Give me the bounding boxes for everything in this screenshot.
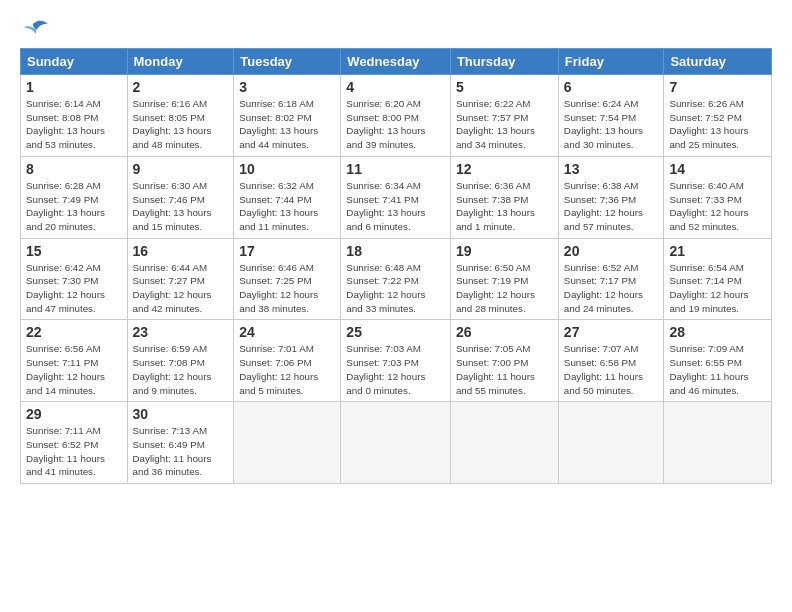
- day-number: 13: [564, 161, 659, 177]
- day-info: Sunrise: 6:42 AMSunset: 7:30 PMDaylight:…: [26, 261, 122, 316]
- day-number: 16: [133, 243, 229, 259]
- day-number: 4: [346, 79, 445, 95]
- day-info: Sunrise: 6:26 AMSunset: 7:52 PMDaylight:…: [669, 97, 766, 152]
- calendar-week-row: 29Sunrise: 7:11 AMSunset: 6:52 PMDayligh…: [21, 402, 772, 484]
- day-info: Sunrise: 6:24 AMSunset: 7:54 PMDaylight:…: [564, 97, 659, 152]
- calendar-cell: [341, 402, 451, 484]
- calendar-cell: 27Sunrise: 7:07 AMSunset: 6:58 PMDayligh…: [558, 320, 664, 402]
- weekday-header-saturday: Saturday: [664, 49, 772, 75]
- day-info: Sunrise: 7:11 AMSunset: 6:52 PMDaylight:…: [26, 424, 122, 479]
- day-info: Sunrise: 6:48 AMSunset: 7:22 PMDaylight:…: [346, 261, 445, 316]
- day-info: Sunrise: 6:50 AMSunset: 7:19 PMDaylight:…: [456, 261, 553, 316]
- day-number: 19: [456, 243, 553, 259]
- day-info: Sunrise: 6:30 AMSunset: 7:46 PMDaylight:…: [133, 179, 229, 234]
- calendar-cell: 8Sunrise: 6:28 AMSunset: 7:49 PMDaylight…: [21, 156, 128, 238]
- calendar-week-row: 15Sunrise: 6:42 AMSunset: 7:30 PMDayligh…: [21, 238, 772, 320]
- day-info: Sunrise: 6:28 AMSunset: 7:49 PMDaylight:…: [26, 179, 122, 234]
- day-info: Sunrise: 6:16 AMSunset: 8:05 PMDaylight:…: [133, 97, 229, 152]
- day-number: 23: [133, 324, 229, 340]
- calendar-cell: 18Sunrise: 6:48 AMSunset: 7:22 PMDayligh…: [341, 238, 451, 320]
- day-info: Sunrise: 6:18 AMSunset: 8:02 PMDaylight:…: [239, 97, 335, 152]
- day-number: 30: [133, 406, 229, 422]
- day-number: 6: [564, 79, 659, 95]
- calendar-cell: 4Sunrise: 6:20 AMSunset: 8:00 PMDaylight…: [341, 75, 451, 157]
- calendar-week-row: 8Sunrise: 6:28 AMSunset: 7:49 PMDaylight…: [21, 156, 772, 238]
- calendar-table: SundayMondayTuesdayWednesdayThursdayFrid…: [20, 48, 772, 484]
- calendar-cell: 26Sunrise: 7:05 AMSunset: 7:00 PMDayligh…: [450, 320, 558, 402]
- weekday-header-monday: Monday: [127, 49, 234, 75]
- calendar-cell: 10Sunrise: 6:32 AMSunset: 7:44 PMDayligh…: [234, 156, 341, 238]
- calendar-cell: 24Sunrise: 7:01 AMSunset: 7:06 PMDayligh…: [234, 320, 341, 402]
- day-number: 17: [239, 243, 335, 259]
- calendar-cell: 1Sunrise: 6:14 AMSunset: 8:08 PMDaylight…: [21, 75, 128, 157]
- day-number: 5: [456, 79, 553, 95]
- calendar-cell: 6Sunrise: 6:24 AMSunset: 7:54 PMDaylight…: [558, 75, 664, 157]
- calendar-cell: 9Sunrise: 6:30 AMSunset: 7:46 PMDaylight…: [127, 156, 234, 238]
- weekday-header-thursday: Thursday: [450, 49, 558, 75]
- calendar-cell: 3Sunrise: 6:18 AMSunset: 8:02 PMDaylight…: [234, 75, 341, 157]
- logo: [20, 20, 50, 40]
- day-info: Sunrise: 6:34 AMSunset: 7:41 PMDaylight:…: [346, 179, 445, 234]
- calendar-cell: 13Sunrise: 6:38 AMSunset: 7:36 PMDayligh…: [558, 156, 664, 238]
- calendar-cell: [664, 402, 772, 484]
- calendar-cell: 17Sunrise: 6:46 AMSunset: 7:25 PMDayligh…: [234, 238, 341, 320]
- day-number: 12: [456, 161, 553, 177]
- calendar-cell: [234, 402, 341, 484]
- day-info: Sunrise: 6:22 AMSunset: 7:57 PMDaylight:…: [456, 97, 553, 152]
- calendar-cell: 7Sunrise: 6:26 AMSunset: 7:52 PMDaylight…: [664, 75, 772, 157]
- weekday-header-friday: Friday: [558, 49, 664, 75]
- day-info: Sunrise: 6:46 AMSunset: 7:25 PMDaylight:…: [239, 261, 335, 316]
- day-number: 15: [26, 243, 122, 259]
- calendar-cell: [450, 402, 558, 484]
- header: [20, 16, 772, 40]
- calendar-cell: 2Sunrise: 6:16 AMSunset: 8:05 PMDaylight…: [127, 75, 234, 157]
- day-number: 14: [669, 161, 766, 177]
- day-number: 27: [564, 324, 659, 340]
- calendar-cell: 14Sunrise: 6:40 AMSunset: 7:33 PMDayligh…: [664, 156, 772, 238]
- day-info: Sunrise: 6:14 AMSunset: 8:08 PMDaylight:…: [26, 97, 122, 152]
- day-number: 1: [26, 79, 122, 95]
- day-number: 28: [669, 324, 766, 340]
- day-number: 20: [564, 243, 659, 259]
- day-number: 2: [133, 79, 229, 95]
- weekday-header-tuesday: Tuesday: [234, 49, 341, 75]
- calendar-week-row: 22Sunrise: 6:56 AMSunset: 7:11 PMDayligh…: [21, 320, 772, 402]
- calendar-cell: 25Sunrise: 7:03 AMSunset: 7:03 PMDayligh…: [341, 320, 451, 402]
- logo-bird-icon: [22, 20, 50, 40]
- day-info: Sunrise: 7:01 AMSunset: 7:06 PMDaylight:…: [239, 342, 335, 397]
- calendar-cell: 19Sunrise: 6:50 AMSunset: 7:19 PMDayligh…: [450, 238, 558, 320]
- day-info: Sunrise: 6:54 AMSunset: 7:14 PMDaylight:…: [669, 261, 766, 316]
- day-number: 11: [346, 161, 445, 177]
- calendar-cell: 28Sunrise: 7:09 AMSunset: 6:55 PMDayligh…: [664, 320, 772, 402]
- day-info: Sunrise: 6:40 AMSunset: 7:33 PMDaylight:…: [669, 179, 766, 234]
- day-info: Sunrise: 7:03 AMSunset: 7:03 PMDaylight:…: [346, 342, 445, 397]
- page: SundayMondayTuesdayWednesdayThursdayFrid…: [0, 0, 792, 494]
- calendar-cell: 16Sunrise: 6:44 AMSunset: 7:27 PMDayligh…: [127, 238, 234, 320]
- day-number: 18: [346, 243, 445, 259]
- calendar-cell: 5Sunrise: 6:22 AMSunset: 7:57 PMDaylight…: [450, 75, 558, 157]
- calendar-cell: 22Sunrise: 6:56 AMSunset: 7:11 PMDayligh…: [21, 320, 128, 402]
- day-number: 8: [26, 161, 122, 177]
- day-info: Sunrise: 6:59 AMSunset: 7:08 PMDaylight:…: [133, 342, 229, 397]
- day-info: Sunrise: 7:05 AMSunset: 7:00 PMDaylight:…: [456, 342, 553, 397]
- day-number: 25: [346, 324, 445, 340]
- day-info: Sunrise: 6:20 AMSunset: 8:00 PMDaylight:…: [346, 97, 445, 152]
- day-info: Sunrise: 6:52 AMSunset: 7:17 PMDaylight:…: [564, 261, 659, 316]
- calendar-cell: 11Sunrise: 6:34 AMSunset: 7:41 PMDayligh…: [341, 156, 451, 238]
- day-info: Sunrise: 6:44 AMSunset: 7:27 PMDaylight:…: [133, 261, 229, 316]
- day-number: 21: [669, 243, 766, 259]
- day-number: 7: [669, 79, 766, 95]
- day-number: 24: [239, 324, 335, 340]
- day-number: 9: [133, 161, 229, 177]
- calendar-cell: 23Sunrise: 6:59 AMSunset: 7:08 PMDayligh…: [127, 320, 234, 402]
- day-info: Sunrise: 6:38 AMSunset: 7:36 PMDaylight:…: [564, 179, 659, 234]
- calendar-header-row: SundayMondayTuesdayWednesdayThursdayFrid…: [21, 49, 772, 75]
- day-info: Sunrise: 7:09 AMSunset: 6:55 PMDaylight:…: [669, 342, 766, 397]
- weekday-header-sunday: Sunday: [21, 49, 128, 75]
- day-number: 10: [239, 161, 335, 177]
- day-number: 22: [26, 324, 122, 340]
- day-number: 29: [26, 406, 122, 422]
- calendar-cell: 15Sunrise: 6:42 AMSunset: 7:30 PMDayligh…: [21, 238, 128, 320]
- day-info: Sunrise: 7:13 AMSunset: 6:49 PMDaylight:…: [133, 424, 229, 479]
- calendar-week-row: 1Sunrise: 6:14 AMSunset: 8:08 PMDaylight…: [21, 75, 772, 157]
